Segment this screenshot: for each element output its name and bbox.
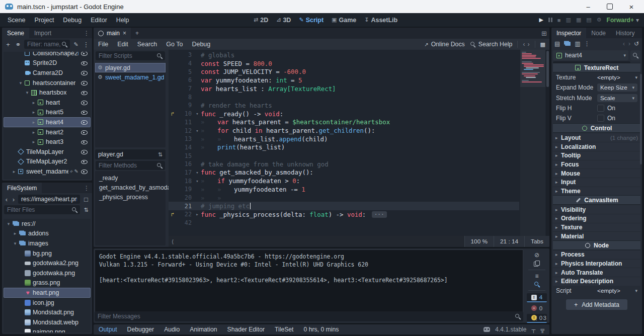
show-search-icon[interactable] [534, 281, 540, 288]
file-row[interactable]: Mondstadt.png [4, 307, 91, 317]
tab-import[interactable]: Import [29, 28, 56, 38]
menu-scene[interactable]: Scene [3, 17, 30, 24]
connection-slot-icon[interactable]: ↱ [169, 111, 177, 117]
expander-icon[interactable]: ▸ [12, 231, 18, 236]
method-list-item[interactable]: get_smacked_by_asmoday [95, 183, 166, 192]
edit-forward-icon[interactable]: › [628, 40, 630, 47]
code-editor[interactable]: 3# globals4const SPEED = 800.05const JUM… [169, 50, 549, 247]
code-line[interactable]: 42 [169, 219, 519, 227]
zoom-level[interactable]: 100 % [464, 236, 494, 247]
code-line[interactable]: 9# render the hearts [169, 101, 519, 110]
option-button[interactable]: Scale▾ [597, 94, 637, 102]
version-label[interactable]: 4.4.1.stable [495, 326, 526, 333]
add-node-button[interactable]: + [4, 41, 12, 48]
inspector-tabs-menu-icon[interactable]: ⋮ [639, 28, 642, 38]
scene-node-row[interactable]: ▸heart2 [4, 127, 91, 137]
filter-scripts-input[interactable] [96, 51, 165, 60]
scene-tab-main[interactable]: main × [94, 28, 131, 39]
instance-scene-button[interactable]: ⚭ [14, 41, 22, 48]
bottom-tab-tileset[interactable]: TileSet [270, 326, 298, 333]
file-row[interactable]: ▾images [4, 238, 91, 248]
property-group-tooltip[interactable]: ▸Tooltip [553, 151, 640, 160]
filter-methods-input[interactable] [96, 161, 165, 170]
bottom-tab-shader-editor[interactable]: Shader Editor [222, 326, 270, 333]
code-line[interactable]: 3# globals [169, 51, 519, 59]
tab-inspector[interactable]: Inspector [551, 28, 586, 38]
scene-node-row[interactable]: Sprite2D [4, 58, 91, 68]
scene-node-row[interactable]: CollisionShape2D [4, 52, 91, 58]
code-line[interactable]: ↱22▸func _physics_process(delta: float) … [169, 210, 519, 219]
collapse-duplicates-icon[interactable]: ≡ [535, 273, 538, 280]
visibility-eye-icon[interactable] [80, 168, 88, 175]
code-line[interactable]: 12▾»for child in hearts_parent.get_child… [169, 126, 519, 135]
scene-node-row[interactable]: ▾heartscontainer [4, 78, 91, 88]
inspector-scrollbar[interactable] [640, 74, 642, 164]
visibility-eye-icon[interactable] [80, 119, 88, 126]
movie-maker-icon[interactable]: ▦ [576, 17, 581, 23]
code-line[interactable]: 6var yummyfoodeaten: int = 5 [169, 76, 519, 85]
visibility-eye-icon[interactable] [80, 89, 88, 96]
menu-debug[interactable]: Debug [58, 17, 86, 24]
visibility-eye-icon[interactable] [80, 109, 88, 116]
tab-history[interactable]: History [611, 28, 639, 38]
expander-icon[interactable]: ▸ [31, 139, 37, 144]
play-button[interactable]: ▶ [539, 17, 543, 23]
checkbox[interactable] [597, 105, 604, 112]
fold-icon[interactable]: ▸ [194, 212, 201, 217]
bottom-tab-animation[interactable]: Animation [185, 326, 222, 333]
script-menu-search[interactable]: Search [133, 41, 162, 48]
expander-icon[interactable]: ▸ [11, 169, 17, 174]
menu-editor[interactable]: Editor [86, 17, 112, 24]
code-line[interactable]: 19»»yummyfoodeaten -= 1 [169, 185, 519, 194]
property-group-visibility[interactable]: ▸Visibility [553, 205, 640, 214]
pin-bottom-panel-icon[interactable]: ┬ [531, 326, 535, 332]
property-group-ordering[interactable]: ▸Ordering [553, 214, 640, 223]
online-docs-button[interactable]: ↗ Online Docs [424, 41, 464, 48]
code-line[interactable]: 4const SPEED = 800.0 [169, 59, 519, 68]
property-group-process[interactable]: ▸Process [553, 250, 640, 259]
property-group-material[interactable]: ▸Material [553, 231, 640, 240]
code-line[interactable]: 16# take damage from the unknown god [169, 160, 519, 169]
code-line[interactable]: 5const JUMP_VELOCITY = -600.0 [169, 67, 519, 76]
workspace-game[interactable]: ▣Game [330, 17, 358, 24]
script-menu-edit[interactable]: Edit [113, 41, 133, 48]
code-vscrollbar[interactable] [546, 50, 549, 236]
visibility-eye-icon[interactable] [80, 148, 88, 155]
filesystem-dock-menu-icon[interactable]: ⋮ [81, 183, 92, 193]
property-group-localization[interactable]: ▸Localization [553, 142, 640, 151]
visibility-eye-icon[interactable] [80, 69, 88, 76]
attach-script-button[interactable]: ✎ [72, 41, 80, 48]
profiler-icon[interactable]: ⚙ [597, 17, 602, 23]
scene-node-row[interactable]: ▸heart [4, 98, 91, 108]
close-tab-icon[interactable]: × [123, 30, 126, 37]
connection-slot-icon[interactable]: ↱ [169, 211, 177, 218]
fold-icon[interactable]: ▾ [194, 111, 201, 116]
scroll-left-icon[interactable]: ⟨ [169, 238, 177, 245]
expander-icon[interactable]: ▾ [6, 221, 12, 226]
tab-scene[interactable]: Scene [2, 28, 29, 38]
visibility-eye-icon[interactable] [80, 129, 88, 136]
resource-dropdown[interactable]: <empty>▾ [597, 74, 637, 81]
code-line[interactable]: 8 [169, 93, 519, 101]
maximize-button[interactable] [607, 4, 613, 10]
scene-node-row[interactable]: TileMapLayer2 [4, 157, 91, 167]
resource-dropdown[interactable]: <empty>▾ [597, 287, 637, 294]
property-group-mouse[interactable]: ▸Mouse [553, 169, 640, 178]
copy-output-icon[interactable] [534, 260, 540, 267]
file-filter-input[interactable] [4, 205, 80, 214]
history-back-icon[interactable]: ‹ [523, 41, 525, 48]
code-line[interactable]: 21# jumping etc [169, 202, 519, 210]
save-resource-icon[interactable]: ▥ [575, 40, 580, 47]
expand-editor-icon[interactable]: ⊞ [539, 28, 549, 39]
scene-node-row[interactable]: ▾heartsbox [4, 88, 91, 98]
file-row[interactable]: ▸addons [4, 229, 91, 239]
pause-button[interactable] [548, 18, 552, 22]
scene-node-row[interactable]: Camera2D [4, 68, 91, 78]
code-minimap[interactable] [520, 50, 545, 236]
fold-icon[interactable]: ▾ [194, 170, 201, 175]
code-line[interactable]: 13»»hearts_list.append(child) [169, 135, 519, 143]
expander-icon[interactable]: ▸ [31, 110, 37, 115]
expand-bottom-panel-icon[interactable]: ╦ [540, 326, 544, 332]
movie-writer-icon[interactable]: ▤ [586, 17, 591, 23]
tab-node[interactable]: Node [586, 28, 611, 38]
